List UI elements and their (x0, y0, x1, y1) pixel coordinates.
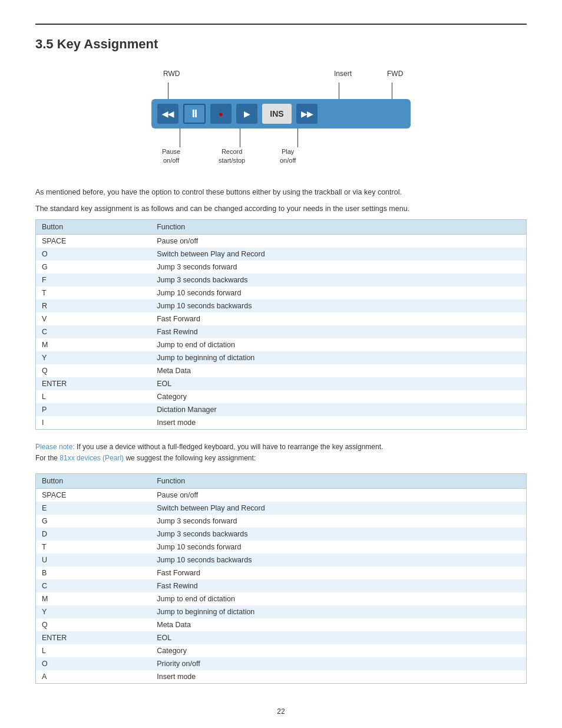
rwd-label: RWD (163, 70, 180, 78)
line-record-bottom (240, 129, 240, 147)
table1-cell-button: L (36, 390, 151, 403)
note-text: Please note: If you use a device without… (35, 442, 527, 464)
table1-cell-button: G (36, 261, 151, 274)
table2-cell-button: SPACE (36, 489, 151, 502)
table1-cell-button: I (36, 416, 151, 429)
line-pause-bottom (180, 129, 180, 147)
table2-cell-function: Priority on/off (151, 657, 526, 670)
table1-cell-function: Category (151, 390, 526, 403)
table1-header-button: Button (36, 220, 151, 235)
table2-cell-function: Insert mode (151, 670, 526, 683)
table1-cell-function: Dictation Manager (151, 403, 526, 416)
table2-cell-button: O (36, 657, 151, 670)
note-link[interactable]: 81xx devices (Pearl) (59, 454, 124, 462)
table2-header-button: Button (36, 474, 151, 489)
table1-cell-function: Meta Data (151, 364, 526, 377)
table1-cell-button: F (36, 274, 151, 286)
table1-cell-function: Jump to beginning of dictation (151, 351, 526, 364)
table1-cell-button: ENTER (36, 377, 151, 390)
description1: As mentioned before, you have the option… (35, 186, 527, 198)
table2-header-function: Function (151, 474, 526, 489)
table-row: CFast Rewind (36, 579, 526, 592)
table-row: CFast Rewind (36, 325, 526, 338)
table2-cell-function: Jump to end of dictation (151, 592, 526, 605)
table1-cell-function: Fast Rewind (151, 325, 526, 338)
page-number: 22 (35, 707, 527, 716)
table2-cell-function: Jump 10 seconds forward (151, 541, 526, 554)
table1-cell-button: O (36, 248, 151, 261)
table2-cell-function: Fast Forward (151, 566, 526, 579)
table2-cell-button: E (36, 502, 151, 515)
table-row: ESwitch between Play and Record (36, 502, 526, 515)
table-row: TJump 10 seconds forward (36, 286, 526, 299)
table2-cell-button: Q (36, 618, 151, 631)
player-bar: ◀◀ ⏸ ● ▶ INS ▶▶ (151, 99, 411, 129)
table-row: PDictation Manager (36, 403, 526, 416)
table2-cell-button: D (36, 528, 151, 541)
table2-cell-function: Jump 3 seconds forward (151, 515, 526, 528)
table-row: BFast Forward (36, 566, 526, 579)
line-rwd (168, 83, 168, 99)
table-row: YJump to beginning of dictation (36, 351, 526, 364)
line-play-bottom (297, 129, 298, 147)
table-row: OSwitch between Play and Record (36, 248, 526, 261)
table2-cell-function: Meta Data (151, 618, 526, 631)
record-button[interactable]: ● (210, 104, 232, 124)
table2-container: Button Function SPACEPause on/offESwitch… (35, 473, 527, 684)
table-row: YJump to beginning of dictation (36, 605, 526, 618)
note-prefix: Please note: (35, 443, 75, 451)
pause-label: Pauseon/off (162, 147, 180, 166)
table-row: FJump 3 seconds backwards (36, 274, 526, 286)
table1-cell-button: SPACE (36, 235, 151, 248)
table1-cell-button: P (36, 403, 151, 416)
table-row: DJump 3 seconds backwards (36, 528, 526, 541)
record-label: Recordstart/stop (219, 147, 245, 166)
table2-cell-function: Pause on/off (151, 489, 526, 502)
table-row: QMeta Data (36, 364, 526, 377)
table1-cell-function: Jump to end of dictation (151, 338, 526, 351)
table-row: TJump 10 seconds forward (36, 541, 526, 554)
table-row: AInsert mode (36, 670, 526, 683)
table2-cell-button: ENTER (36, 631, 151, 644)
table1-cell-button: T (36, 286, 151, 299)
table2-cell-button: G (36, 515, 151, 528)
table-row: OPriority on/off (36, 657, 526, 670)
table-row: GJump 3 seconds forward (36, 515, 526, 528)
table1-cell-button: V (36, 312, 151, 325)
fast-forward-button[interactable]: ▶▶ (296, 104, 318, 124)
table1-cell-function: Jump 10 seconds backwards (151, 299, 526, 312)
description2: The standard key assignment is as follow… (35, 203, 527, 215)
table1-cell-function: Jump 3 seconds forward (151, 261, 526, 274)
table2-cell-button: M (36, 592, 151, 605)
line-insert (339, 83, 339, 99)
note-body1: If you use a device without a full-fledg… (75, 443, 384, 451)
table2-cell-button: B (36, 566, 151, 579)
table-row: UJump 10 seconds backwards (36, 554, 526, 566)
table2-cell-button: L (36, 644, 151, 657)
table2-cell-function: Jump 3 seconds backwards (151, 528, 526, 541)
table1-cell-function: Switch between Play and Record (151, 248, 526, 261)
note-body2: For the (35, 454, 59, 462)
play-button[interactable]: ▶ (236, 104, 257, 124)
table1-cell-button: C (36, 325, 151, 338)
rewind-button[interactable]: ◀◀ (157, 104, 178, 124)
table1-cell-button: M (36, 338, 151, 351)
table2-cell-function: Category (151, 644, 526, 657)
pause-button[interactable]: ⏸ (183, 104, 206, 124)
table-row: ENTEREOL (36, 631, 526, 644)
table-row: MJump to end of dictation (36, 338, 526, 351)
table2-cell-function: EOL (151, 631, 526, 644)
table1-cell-function: Insert mode (151, 416, 526, 429)
table1-cell-button: R (36, 299, 151, 312)
play-label: Playon/off (280, 147, 296, 166)
note-body3: we suggest the following key assignment: (124, 454, 256, 462)
table-row: ENTEREOL (36, 377, 526, 390)
table2: Button Function SPACEPause on/offESwitch… (36, 474, 526, 683)
table2-cell-button: Y (36, 605, 151, 618)
table-row: LCategory (36, 390, 526, 403)
table-row: IInsert mode (36, 416, 526, 429)
insert-button[interactable]: INS (262, 104, 292, 124)
table-row: VFast Forward (36, 312, 526, 325)
table-row: GJump 3 seconds forward (36, 261, 526, 274)
section-title: 3.5 Key Assignment (35, 37, 527, 52)
